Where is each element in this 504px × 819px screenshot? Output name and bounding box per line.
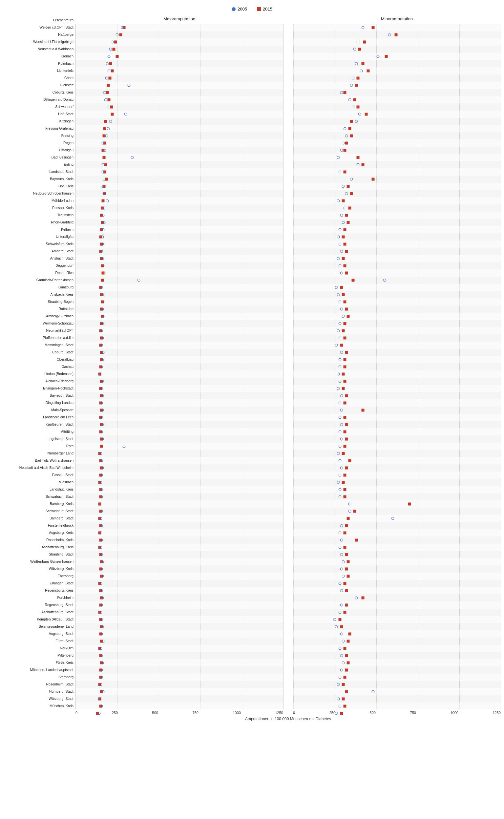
data-row-11 <box>76 103 283 111</box>
dot-2005 <box>101 142 104 145</box>
dot-2005 <box>338 402 341 405</box>
dot-2005 <box>102 301 105 304</box>
data-row-26 <box>293 212 501 219</box>
x-tick: 1000 <box>450 711 458 715</box>
dot-2005 <box>337 481 340 484</box>
y-label-7: Lichtenfels <box>3 67 75 74</box>
data-row-4 <box>76 53 283 60</box>
dot-2015 <box>119 33 122 36</box>
y-label-13: Hof, Stadt <box>3 110 75 117</box>
data-row-2 <box>293 38 501 46</box>
dot-2005 <box>101 560 104 563</box>
dot-2015 <box>343 228 346 231</box>
dot-2005 <box>348 510 351 513</box>
y-label-14: Kitzingen <box>3 117 75 125</box>
y-label-68: Schweinfurt, Stadt <box>3 507 75 515</box>
dot-2015 <box>345 690 348 693</box>
y-label-22: Bayreuth, Kreis <box>3 175 75 182</box>
dot-2005 <box>100 250 103 253</box>
data-row-51 <box>293 392 501 399</box>
y-label-66: Schwabach, Stadt <box>3 493 75 500</box>
dot-2005 <box>105 135 108 137</box>
data-row-88 <box>76 659 283 666</box>
data-row-28 <box>76 226 283 233</box>
dot-2005 <box>338 358 341 361</box>
y-label-89: Fürth, Kreis <box>3 659 75 666</box>
y-label-47: Oberallgäu <box>3 356 75 363</box>
dot-2015 <box>343 91 346 94</box>
dot-2015 <box>352 279 355 282</box>
dot-2005 <box>108 106 111 109</box>
dot-2015 <box>348 127 351 130</box>
dot-2015 <box>108 98 111 101</box>
dot-2005 <box>100 402 103 405</box>
data-row-94 <box>293 703 501 710</box>
x-tick: 250 <box>112 711 118 715</box>
data-row-35 <box>76 277 283 284</box>
data-row-79 <box>76 594 283 601</box>
dot-2005 <box>100 488 103 491</box>
y-label-5: Kronach <box>3 53 75 60</box>
dot-2005 <box>101 394 104 397</box>
dot-2005 <box>100 618 103 621</box>
data-row-84 <box>76 630 283 638</box>
dot-2005 <box>101 467 104 470</box>
dot-2005 <box>340 214 343 217</box>
dot-2005 <box>100 416 103 419</box>
y-label-39: Straubing-Bogen <box>3 298 75 305</box>
dot-2015 <box>348 459 351 462</box>
data-row-91 <box>293 681 501 688</box>
dot-2015 <box>371 26 374 29</box>
data-row-1 <box>76 31 283 38</box>
data-row-19 <box>293 161 501 168</box>
y-label-19: Bad Kissingen <box>3 154 75 161</box>
dot-2005 <box>116 33 119 36</box>
dot-2005 <box>102 214 105 217</box>
data-row-10 <box>76 96 283 103</box>
y-label-95: München, Kreis <box>3 702 75 709</box>
data-row-53 <box>76 407 283 414</box>
dot-2015 <box>338 618 341 621</box>
dot-2015 <box>363 41 366 44</box>
dot-2015 <box>101 279 104 282</box>
x-axis-spacer <box>3 709 75 715</box>
data-row-40 <box>293 313 501 320</box>
dot-2015 <box>347 640 349 643</box>
data-row-87 <box>76 652 283 659</box>
dot-2005 <box>337 156 340 159</box>
dot-2015 <box>343 243 346 246</box>
dot-2015 <box>365 113 368 116</box>
data-row-58 <box>293 443 501 450</box>
legend-2005: 2005 <box>232 7 247 11</box>
data-row-6 <box>76 67 283 74</box>
data-row-24 <box>76 197 283 204</box>
dot-2005 <box>137 279 140 282</box>
data-row-47 <box>76 363 283 370</box>
panel-title-0: Majoramputation <box>75 16 283 24</box>
dot-2005 <box>102 640 105 643</box>
x-tick: 1250 <box>493 711 501 715</box>
y-label-31: Schweinfurt, Kreis <box>3 240 75 247</box>
dot-2005 <box>100 676 103 679</box>
dot-2005 <box>343 127 346 130</box>
data-row-62 <box>76 472 283 479</box>
data-row-60 <box>76 457 283 464</box>
dot-2015 <box>342 683 345 686</box>
data-row-68 <box>293 515 501 522</box>
dot-2015 <box>340 344 343 347</box>
dot-2005 <box>101 380 104 383</box>
dot-2005 <box>99 683 102 686</box>
data-row-27 <box>76 219 283 226</box>
data-row-77 <box>293 580 501 587</box>
y-label-85: Augsburg, Stadt <box>3 630 75 637</box>
dot-2015 <box>342 452 345 455</box>
data-row-3 <box>293 46 501 53</box>
dot-2005 <box>109 48 112 51</box>
x-ticks: 025050075010001250 <box>293 709 501 715</box>
dot-2005 <box>358 113 361 116</box>
data-row-79 <box>293 594 501 601</box>
dot-2015 <box>347 560 349 563</box>
dot-2005 <box>131 156 134 159</box>
data-row-91 <box>76 681 283 688</box>
dot-2015 <box>345 604 348 607</box>
